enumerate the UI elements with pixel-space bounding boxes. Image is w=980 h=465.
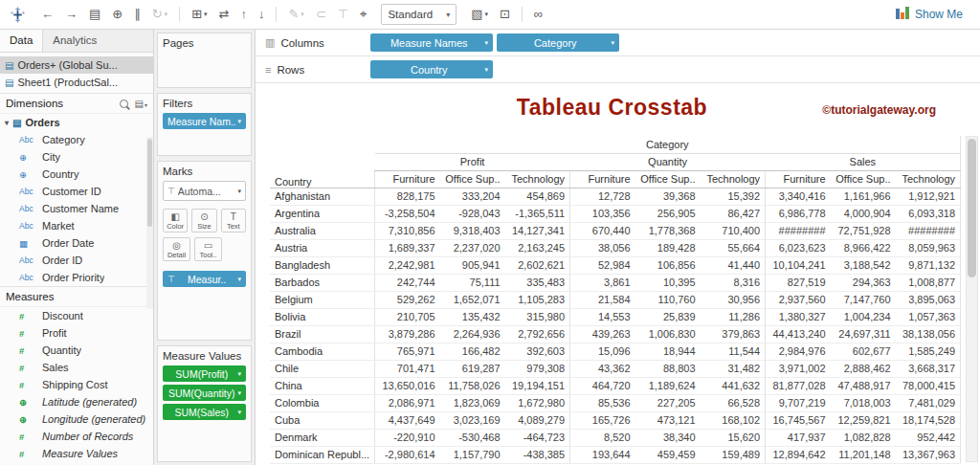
value-cell[interactable]: 464,720 [570, 377, 635, 394]
value-cell[interactable]: 14,127,341 [505, 222, 570, 239]
value-cell[interactable]: 2,163,245 [505, 239, 570, 256]
field-country[interactable]: ⊕Country [0, 166, 153, 183]
field-quantity[interactable]: #Quantity [0, 342, 153, 359]
field-sales[interactable]: #Sales [0, 359, 153, 376]
sub-column-header-technology[interactable]: Technology [701, 170, 766, 188]
value-cell[interactable]: 454,869 [505, 188, 570, 205]
value-cell[interactable]: 88,803 [635, 360, 701, 377]
value-cell[interactable]: 135,432 [440, 308, 505, 325]
field-shipping-cost[interactable]: #Shipping Cost [0, 376, 153, 393]
value-cell[interactable]: 38,056 [570, 239, 635, 256]
field-customer-name[interactable]: AbcCustomer Name [0, 200, 153, 217]
value-cell[interactable]: 75,111 [440, 274, 505, 291]
value-cell[interactable]: 9,707,219 [766, 394, 831, 411]
undo-back-icon[interactable]: ← [36, 6, 58, 23]
field-longitude-generated[interactable]: ⊕Longitude (generated) [0, 410, 153, 428]
value-cell[interactable]: 1,672,980 [505, 394, 570, 411]
value-cell[interactable]: 2,937,560 [766, 291, 831, 308]
value-cell[interactable]: -928,043 [440, 205, 505, 222]
value-cell[interactable]: 1,057,363 [896, 308, 961, 325]
value-cell[interactable]: 165,726 [570, 411, 635, 429]
value-cell[interactable]: 11,758,026 [440, 377, 505, 394]
data-source-item[interactable]: ▤Orders+ (Global Su... [0, 56, 153, 74]
sidebar-scrollbar[interactable] [146, 137, 153, 309]
dimensions-folder[interactable]: ▾ ▤ Orders [0, 114, 153, 131]
sub-column-header-office-sup[interactable]: Office Sup.. [440, 170, 505, 188]
presentation-mode-icon[interactable]: ⊡ [495, 6, 515, 23]
country-cell[interactable]: Barbados [270, 274, 375, 291]
value-cell[interactable]: -220,910 [375, 429, 440, 446]
value-cell[interactable]: 38,340 [635, 429, 701, 446]
sub-column-header-technology[interactable]: Technology [896, 170, 961, 188]
pause-auto-updates-icon[interactable]: ∥ [129, 6, 145, 23]
value-cell[interactable]: 473,121 [635, 411, 701, 429]
value-cell[interactable]: 12,894,642 [766, 446, 831, 463]
value-cell[interactable]: 1,004,234 [831, 308, 896, 325]
fit-dropdown[interactable]: Standard ▾ [381, 4, 457, 25]
category-header[interactable]: Category [375, 136, 961, 153]
sort-ascending-icon[interactable]: ↑ [235, 6, 252, 23]
value-cell[interactable]: 1,161,966 [831, 188, 896, 205]
field-category[interactable]: AbcCategory [0, 131, 153, 148]
value-cell[interactable]: 11,286 [701, 308, 766, 325]
value-cell[interactable]: 12,728 [570, 188, 635, 205]
field-discount[interactable]: #Discount [0, 307, 153, 324]
value-cell[interactable]: 4,089,279 [505, 411, 570, 429]
sub-column-header-furniture[interactable]: Furniture [766, 170, 831, 188]
new-data-source-icon[interactable]: ⊕ [107, 6, 127, 23]
value-cell[interactable]: 18,174,528 [896, 411, 961, 429]
value-cell[interactable]: 55,664 [701, 239, 766, 256]
value-cell[interactable]: -464,723 [505, 429, 570, 446]
value-cell[interactable]: 3,861 [570, 274, 635, 291]
value-cell[interactable]: 103,356 [570, 205, 635, 222]
value-cell[interactable]: 6,023,623 [766, 239, 831, 256]
value-cell[interactable]: 1,008,877 [896, 274, 961, 291]
value-cell[interactable]: 1,380,327 [766, 308, 831, 325]
value-cell[interactable]: 9,318,403 [440, 222, 505, 239]
value-cell[interactable]: 602,677 [831, 343, 896, 360]
field-customer-id[interactable]: AbcCustomer ID [0, 183, 153, 200]
sort-descending-icon[interactable]: ↓ [254, 6, 270, 23]
scrollbar-thumb[interactable] [968, 139, 976, 277]
value-cell[interactable]: 8,966,422 [831, 239, 896, 256]
value-cell[interactable]: 3,971,002 [766, 360, 831, 377]
value-cell[interactable]: 242,744 [375, 274, 440, 291]
value-cell[interactable]: 333,204 [440, 188, 505, 205]
value-cell[interactable]: 827,519 [766, 274, 831, 291]
value-cell[interactable]: 619,287 [440, 360, 505, 377]
sub-column-header-furniture[interactable]: Furniture [570, 170, 635, 188]
country-cell[interactable]: Belgium [270, 291, 375, 308]
country-cell[interactable]: Denmark [270, 429, 375, 446]
filter-pill-measure-nam[interactable]: Measure Nam...▾ [163, 113, 246, 129]
value-cell[interactable]: 905,941 [440, 256, 505, 274]
columns-pill-measure-names[interactable]: Measure Names▾ [370, 33, 493, 52]
value-cell[interactable]: 25,839 [635, 308, 701, 325]
country-cell[interactable]: Austria [270, 239, 375, 256]
value-cell[interactable]: 1,652,071 [440, 291, 505, 308]
vertical-scrollbar[interactable] [966, 136, 978, 462]
value-cell[interactable]: 81,877,028 [766, 377, 831, 394]
value-cell[interactable]: 3,879,286 [375, 325, 440, 343]
marks-pill-measur[interactable]: ⊤Measur..▾ [163, 271, 246, 287]
country-cell[interactable]: Australia [270, 222, 375, 239]
value-cell[interactable]: 39,368 [635, 188, 701, 205]
save-icon[interactable]: ▤ [84, 6, 105, 23]
value-cell[interactable]: -1,365,511 [505, 205, 570, 222]
value-cell[interactable]: 2,888,462 [831, 360, 896, 377]
value-cell[interactable]: 15,620 [701, 429, 766, 446]
view-options-icon[interactable]: ▤▾ [135, 99, 147, 109]
measure-values-pill-sum-sales[interactable]: SUM(Sales)▾ [163, 404, 246, 420]
value-cell[interactable]: 18,944 [635, 343, 701, 360]
share-workbook-icon[interactable]: ∞ [529, 6, 547, 23]
field-profit[interactable]: #Profit [0, 324, 153, 342]
value-cell[interactable]: 16,745,567 [766, 411, 831, 429]
value-cell[interactable]: 41,440 [701, 256, 766, 274]
value-cell[interactable]: 10,104,241 [766, 256, 831, 274]
value-cell[interactable]: 166,482 [440, 343, 505, 360]
value-cell[interactable]: 86,427 [701, 205, 766, 222]
value-cell[interactable]: 21,584 [570, 291, 635, 308]
marks-size-button[interactable]: ⊙Size [191, 209, 216, 232]
field-order-priority[interactable]: AbcOrder Priority [0, 269, 153, 286]
value-cell[interactable]: 529,262 [375, 291, 440, 308]
value-cell[interactable]: ######## [896, 222, 961, 239]
